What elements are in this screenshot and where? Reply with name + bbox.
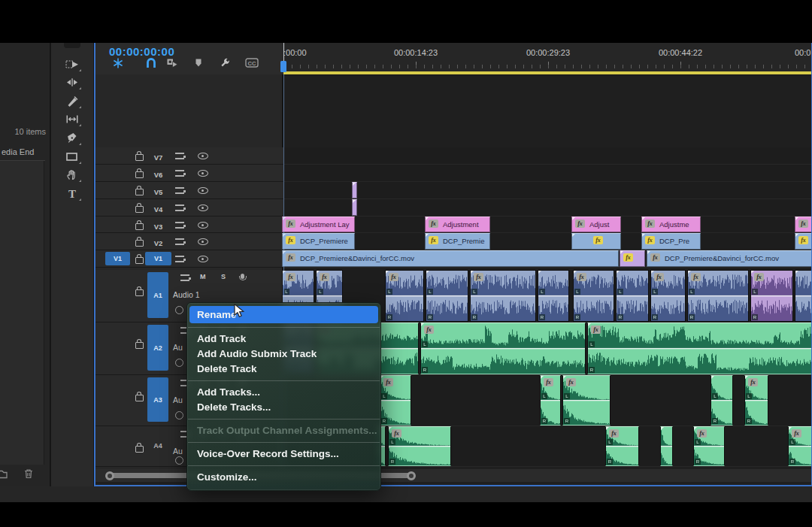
video-clip[interactable]: [352, 182, 357, 198]
lock-track-icon[interactable]: [135, 240, 144, 247]
toggle-track-output-icon[interactable]: [198, 153, 208, 159]
menu-item-rename[interactable]: Rename: [189, 306, 378, 323]
pen-tool[interactable]: [65, 132, 79, 144]
razor-tool[interactable]: [65, 95, 79, 108]
type-tool[interactable]: T: [65, 187, 79, 200]
lock-track-icon[interactable]: [135, 446, 144, 453]
video-clip[interactable]: fxDCP_Premiere&Davinci_forCC.mov: [282, 250, 619, 267]
menu-item-add-track[interactable]: Add Track: [187, 332, 380, 347]
track-lane-V5[interactable]: [283, 182, 811, 199]
video-clip[interactable]: fx: [571, 233, 621, 250]
video-clip[interactable]: fxAdjust: [571, 217, 621, 232]
menu-item-delete-track[interactable]: Delete Track: [187, 362, 380, 377]
fx-badge[interactable]: fx: [798, 236, 808, 244]
track-label-V2[interactable]: V2: [145, 239, 171, 247]
track-label-V7[interactable]: V7: [145, 153, 171, 162]
video-clip[interactable]: fxDCP_Premie: [425, 233, 490, 250]
fx-badge[interactable]: fx: [748, 378, 758, 386]
video-clip[interactable]: fxDCP_Pre: [641, 233, 701, 250]
lock-track-icon[interactable]: [135, 342, 144, 349]
voiceover-record-icon[interactable]: [241, 274, 244, 279]
audio-clip[interactable]: fxLR: [605, 426, 639, 466]
lock-track-icon[interactable]: [135, 189, 144, 195]
track-target-A2[interactable]: A2: [147, 325, 168, 371]
toggle-track-output-icon[interactable]: [198, 256, 208, 262]
audio-clip[interactable]: LR: [616, 270, 649, 322]
project-list-column[interactable]: [0, 161, 44, 465]
scrollbar-right-handle[interactable]: [407, 471, 416, 480]
trash-icon[interactable]: [23, 468, 35, 480]
playhead-head[interactable]: [280, 61, 286, 72]
slip-tool[interactable]: [65, 113, 79, 126]
sync-lock-icon[interactable]: [175, 170, 184, 177]
scrollbar-left-handle[interactable]: [105, 471, 114, 480]
fx-badge[interactable]: fx: [593, 236, 603, 244]
fx-badge[interactable]: fx: [575, 220, 585, 228]
video-clip[interactable]: fxAdjustment: [425, 217, 490, 232]
fx-badge[interactable]: fx: [645, 220, 655, 228]
menu-item-add-tracks[interactable]: Add Tracks...: [187, 385, 380, 400]
fx-badge[interactable]: fx: [691, 273, 701, 281]
fx-badge[interactable]: fx: [798, 220, 808, 228]
fx-badge[interactable]: fx: [320, 273, 329, 281]
sync-lock-icon[interactable]: [175, 238, 184, 245]
toggle-track-output-icon[interactable]: [198, 204, 208, 211]
audio-clip[interactable]: [660, 426, 673, 466]
fx-badge[interactable]: fx: [754, 273, 764, 281]
track-lane-V7[interactable]: [283, 147, 811, 165]
video-clip[interactable]: [352, 199, 357, 216]
audio-clip[interactable]: fxLR: [380, 375, 411, 426]
fx-badge[interactable]: fx: [383, 378, 393, 386]
track-lane-V3[interactable]: [283, 217, 811, 233]
audio-clip[interactable]: fxLR: [562, 375, 611, 426]
fx-badge[interactable]: fx: [591, 326, 601, 334]
audio-clip[interactable]: fxLR: [388, 426, 451, 466]
fx-badge[interactable]: fx: [577, 273, 586, 281]
column-header-media-end[interactable]: edia End: [2, 147, 34, 156]
fx-badge[interactable]: fx: [389, 273, 398, 281]
track-lane-V6[interactable]: [283, 165, 811, 182]
audio-clip[interactable]: fxLR: [750, 270, 793, 322]
source-patch-V1[interactable]: V1: [105, 252, 130, 265]
fx-badge[interactable]: fx: [429, 236, 438, 244]
audio-clip[interactable]: fxLR: [540, 375, 561, 426]
sync-lock-icon[interactable]: [175, 222, 184, 229]
audio-clip[interactable]: fxLR: [573, 270, 614, 322]
video-clip[interactable]: fxAdjustme: [641, 217, 701, 232]
audio-clip[interactable]: LR: [426, 270, 468, 322]
track-label-V5[interactable]: V5: [145, 188, 171, 196]
solo-button[interactable]: S: [221, 273, 226, 280]
video-clip[interactable]: fxDCP_Premiere&Davinci_forCC.mov: [647, 250, 812, 267]
track-label-V6[interactable]: V6: [145, 171, 171, 179]
pan-knob-icon[interactable]: [175, 359, 183, 367]
lock-track-icon[interactable]: [135, 395, 144, 401]
fx-badge[interactable]: fx: [286, 253, 295, 262]
ripple-edit-tool[interactable]: [65, 76, 79, 89]
fx-badge[interactable]: fx: [650, 253, 660, 262]
fx-badge[interactable]: fx: [429, 220, 438, 228]
fx-badge[interactable]: fx: [544, 378, 553, 386]
new-item-icon[interactable]: [0, 468, 8, 480]
audio-clip[interactable]: fxLR: [788, 426, 812, 466]
audio-clip[interactable]: fxLR: [744, 375, 768, 426]
track-target-A4[interactable]: A4: [147, 429, 168, 462]
fx-badge[interactable]: fx: [424, 326, 434, 334]
fx-badge[interactable]: fx: [792, 429, 801, 438]
audio-track-name[interactable]: Au: [173, 343, 183, 352]
fx-badge[interactable]: fx: [286, 220, 295, 228]
track-target-A1[interactable]: A1: [147, 272, 168, 318]
pan-knob-icon[interactable]: [175, 456, 183, 465]
video-clip[interactable]: fxDCP_Premiere: [282, 233, 355, 250]
audio-clip[interactable]: fxLR: [693, 426, 725, 466]
audio-clip[interactable]: fxLR: [385, 270, 424, 322]
lock-track-icon[interactable]: [135, 223, 144, 230]
fx-badge[interactable]: fx: [623, 253, 633, 262]
fx-badge[interactable]: fx: [286, 236, 295, 244]
fx-badge[interactable]: fx: [474, 273, 483, 281]
video-clip[interactable]: fxAdjustment Lay: [282, 217, 355, 232]
audio-clip[interactable]: LR: [538, 270, 569, 322]
audio-track-name[interactable]: Au: [173, 395, 183, 404]
toggle-track-output-icon[interactable]: [198, 222, 208, 229]
track-label-V4[interactable]: V4: [145, 205, 171, 214]
audio-clip[interactable]: fxLR: [687, 270, 749, 322]
